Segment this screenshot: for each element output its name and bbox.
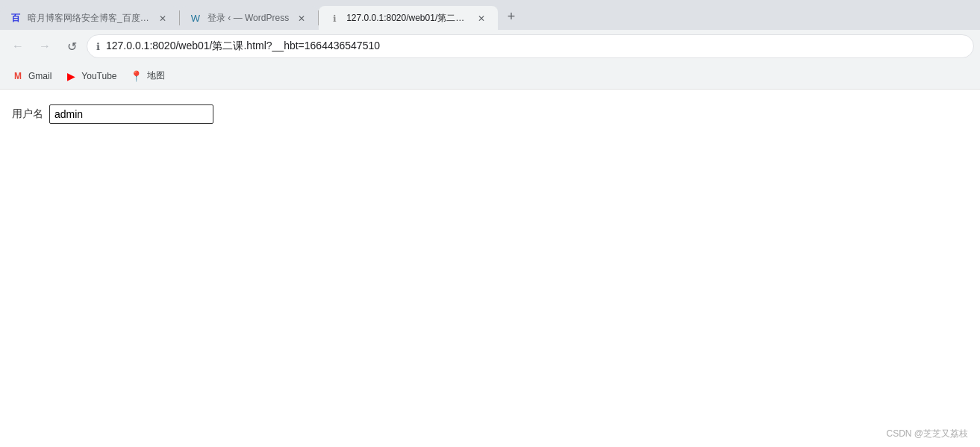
bookmark-youtube-label: YouTube xyxy=(81,71,116,81)
new-tab-button[interactable]: + xyxy=(501,6,522,27)
page-footer: CSDN @芝芝又荔枝 xyxy=(886,428,968,440)
tab-3-favicon: ℹ xyxy=(328,13,340,25)
footer-text: CSDN @芝芝又荔枝 xyxy=(886,428,968,439)
tab-3-title: 127.0.0.1:8020/web01/第二课.h… xyxy=(346,12,469,25)
reload-button[interactable]: ↺ xyxy=(60,34,84,58)
username-form-row: 用户名 xyxy=(12,104,968,124)
bookmark-maps[interactable]: 📍 地图 xyxy=(125,66,171,85)
reload-icon: ↺ xyxy=(67,40,77,54)
bookmarks-bar: M Gmail ▶ YouTube 📍 地图 xyxy=(0,63,980,90)
security-icon: ℹ xyxy=(96,41,100,52)
bookmark-youtube[interactable]: ▶ YouTube xyxy=(59,67,122,85)
page-content: 用户名 CSDN @芝芝又荔枝 xyxy=(0,90,980,447)
back-button[interactable]: ← xyxy=(6,34,30,58)
maps-favicon-icon: 📍 xyxy=(131,70,143,82)
tab-2-favicon: W xyxy=(190,13,202,25)
tab-3-close-button[interactable]: ✕ xyxy=(475,12,488,25)
tab-3[interactable]: ℹ 127.0.0.1:8020/web01/第二课.h… ✕ xyxy=(319,6,498,30)
forward-icon: → xyxy=(39,40,51,53)
tab-2-title: 登录 ‹ — WordPress xyxy=(207,12,289,25)
bookmark-gmail[interactable]: M Gmail xyxy=(6,67,57,85)
back-icon: ← xyxy=(12,40,24,53)
forward-button[interactable]: → xyxy=(33,34,57,58)
tab-1-title: 暗月博客网络安全博客_百度搜索 xyxy=(28,12,150,25)
bookmark-gmail-label: Gmail xyxy=(28,71,52,81)
gmail-favicon-icon: M xyxy=(12,70,24,82)
tab-1[interactable]: 百 暗月博客网络安全博客_百度搜索 ✕ xyxy=(0,6,179,30)
username-input[interactable] xyxy=(49,104,213,124)
tab-2-close-button[interactable]: ✕ xyxy=(295,12,308,25)
tab-1-close-button[interactable]: ✕ xyxy=(156,12,169,25)
tab-2[interactable]: W 登录 ‹ — WordPress ✕ xyxy=(180,6,318,30)
nav-bar: ← → ↺ ℹ 127.0.0.1:8020/web01/第二课.html?__… xyxy=(0,30,980,63)
browser-chrome: 百 暗月博客网络安全博客_百度搜索 ✕ W 登录 ‹ — WordPress ✕… xyxy=(0,0,980,90)
address-text: 127.0.0.1:8020/web01/第二课.html?__hbt=1664… xyxy=(106,40,964,53)
username-label: 用户名 xyxy=(12,107,43,121)
address-bar[interactable]: ℹ 127.0.0.1:8020/web01/第二课.html?__hbt=16… xyxy=(87,34,974,58)
youtube-favicon-icon: ▶ xyxy=(65,70,77,82)
tab-1-favicon: 百 xyxy=(10,13,22,25)
bookmark-maps-label: 地图 xyxy=(147,69,165,82)
tab-bar: 百 暗月博客网络安全博客_百度搜索 ✕ W 登录 ‹ — WordPress ✕… xyxy=(0,0,980,30)
